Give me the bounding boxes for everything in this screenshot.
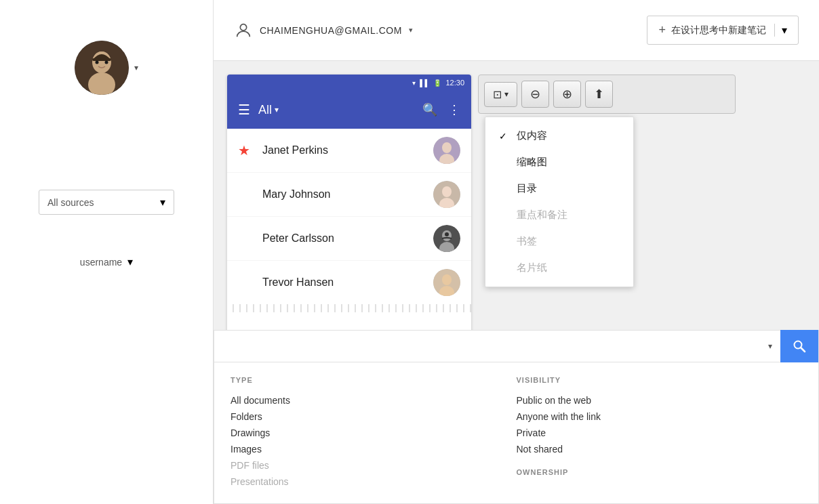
topbar: CHAIMENGHUA@GMAIL.COM ▾ + 在设计思考中新建笔记 ▾ bbox=[214, 0, 819, 61]
svg-point-17 bbox=[445, 232, 449, 236]
new-note-dropdown-arrow[interactable]: ▾ bbox=[774, 24, 787, 37]
export-icon: ⬆ bbox=[594, 87, 604, 102]
avatar bbox=[433, 181, 460, 208]
account-dropdown-arrow[interactable]: ▾ bbox=[409, 26, 413, 35]
svg-rect-4 bbox=[92, 58, 111, 61]
new-note-button[interactable]: + 在设计思考中新建笔记 ▾ bbox=[647, 16, 799, 45]
account-icon bbox=[234, 21, 253, 40]
mobile-toolbar: ☰ All ▾ 🔍 ⋮ bbox=[227, 91, 471, 129]
toolbar-icons: 🔍 ⋮ bbox=[422, 102, 460, 117]
svg-line-22 bbox=[801, 348, 805, 352]
filter-item-link[interactable]: Anyone with the link bbox=[517, 408, 789, 425]
type-filter-column: TYPE All documents Folders Drawings Imag… bbox=[231, 376, 517, 490]
account-email: CHAIMENGHUA@GMAIL.COM bbox=[260, 25, 402, 36]
sources-label: All sources bbox=[47, 197, 94, 208]
search-icon[interactable]: 🔍 bbox=[422, 102, 437, 117]
filter-item-presentations: Presentations bbox=[231, 474, 503, 490]
svg-point-7 bbox=[240, 24, 246, 30]
filter-item-all-docs[interactable]: All documents bbox=[231, 392, 503, 408]
contact-name: Mary Johnson bbox=[262, 188, 425, 201]
plus-icon: + bbox=[658, 23, 666, 37]
username-row[interactable]: username ▾ bbox=[80, 255, 133, 268]
filter-item-private[interactable]: Private bbox=[517, 425, 789, 441]
view-mode-button[interactable]: ⊡ ▾ bbox=[484, 82, 517, 107]
dropdown-item-label: 仅内容 bbox=[517, 129, 547, 142]
avatar bbox=[433, 225, 460, 252]
contacts-list: ★ Janet Perkins Mary Johnson bbox=[227, 129, 471, 304]
list-item[interactable]: Trevor Hansen bbox=[227, 261, 471, 304]
sources-dropdown[interactable]: All sources ▾ bbox=[39, 190, 174, 215]
hamburger-icon[interactable]: ☰ bbox=[238, 102, 250, 118]
search-filter-dropdown[interactable]: ▾ bbox=[760, 341, 780, 351]
svg-point-12 bbox=[442, 186, 452, 197]
filter-panel: TYPE All documents Folders Drawings Imag… bbox=[214, 362, 819, 504]
view-icon: ⊡ bbox=[493, 88, 502, 101]
contact-name: Peter Carlsson bbox=[262, 232, 425, 245]
dropdown-item-content-only[interactable]: ✓ 仅内容 bbox=[485, 123, 633, 149]
contact-name: Trevor Hansen bbox=[262, 276, 425, 289]
search-input[interactable] bbox=[214, 341, 760, 352]
avatar bbox=[433, 269, 460, 296]
view-dropdown-arrow: ▾ bbox=[504, 89, 508, 99]
zoom-in-button[interactable]: ⊕ bbox=[553, 81, 581, 108]
visibility-filter-column: VISIBILITY Public on the web Anyone with… bbox=[517, 376, 803, 490]
viewer-toolbar: ⊡ ▾ ⊖ ⊕ ⬆ bbox=[478, 75, 736, 114]
sources-dropdown-arrow: ▾ bbox=[160, 196, 165, 209]
ownership-section: OWNERSHIP bbox=[517, 468, 789, 476]
svg-point-6 bbox=[105, 61, 108, 64]
signal-icon: ▌▌ bbox=[420, 79, 429, 87]
filter-item-folders[interactable]: Folders bbox=[231, 408, 503, 425]
wavy-border bbox=[227, 304, 471, 312]
content-area: ▾ ▌▌ 🔋 12:30 ☰ All ▾ 🔍 ⋮ ★ bbox=[214, 61, 819, 504]
filter-item-not-shared[interactable]: Not shared bbox=[517, 441, 789, 457]
new-note-label: 在设计思考中新建笔记 bbox=[671, 24, 766, 37]
dropdown-item-label: 书签 bbox=[517, 235, 537, 248]
zoom-out-icon: ⊖ bbox=[530, 87, 540, 102]
dropdown-item-label: 名片纸 bbox=[517, 261, 547, 274]
search-button[interactable] bbox=[780, 330, 818, 362]
list-item[interactable]: Mary Johnson bbox=[227, 173, 471, 217]
avatar[interactable] bbox=[75, 41, 129, 95]
more-icon[interactable]: ⋮ bbox=[448, 102, 460, 117]
dropdown-item-label: 目录 bbox=[517, 182, 537, 195]
username-text: username bbox=[80, 257, 122, 268]
dropdown-item-highlights: 重点和备注 bbox=[485, 202, 633, 228]
search-button-icon bbox=[793, 339, 806, 353]
svg-point-19 bbox=[442, 274, 452, 285]
dropdown-item-thumbnails[interactable]: 缩略图 bbox=[485, 149, 633, 175]
filter-item-public[interactable]: Public on the web bbox=[517, 392, 789, 408]
time-display: 12:30 bbox=[445, 79, 464, 87]
zoom-in-icon: ⊕ bbox=[562, 87, 572, 102]
contact-name: Janet Perkins bbox=[262, 144, 425, 156]
checkmark-icon: ✓ bbox=[499, 131, 510, 142]
sidebar: ▾ All sources ▾ username ▾ bbox=[0, 0, 214, 504]
view-dropdown-menu: ✓ 仅内容 缩略图 目录 重点和备注 bbox=[485, 117, 634, 287]
avatar-dropdown-icon[interactable]: ▾ bbox=[134, 63, 138, 72]
dropdown-item-bookmarks: 书签 bbox=[485, 228, 633, 255]
list-item[interactable]: Peter Carlsson bbox=[227, 217, 471, 261]
svg-point-9 bbox=[442, 142, 452, 153]
main-area: CHAIMENGHUA@GMAIL.COM ▾ + 在设计思考中新建笔记 ▾ ▾… bbox=[214, 0, 819, 504]
username-dropdown-arrow: ▾ bbox=[127, 255, 133, 268]
dropdown-item-notecard: 名片纸 bbox=[485, 255, 633, 281]
battery-icon: 🔋 bbox=[433, 79, 441, 87]
list-item[interactable]: ★ Janet Perkins bbox=[227, 129, 471, 173]
account-section: CHAIMENGHUA@GMAIL.COM ▾ bbox=[234, 21, 633, 40]
wifi-icon: ▾ bbox=[412, 79, 416, 87]
filter-item-drawings[interactable]: Drawings bbox=[231, 425, 503, 441]
zoom-out-button[interactable]: ⊖ bbox=[521, 81, 549, 108]
ownership-title: OWNERSHIP bbox=[517, 468, 789, 476]
bottom-section: ▾ TYPE All documents Folders Drawings Im… bbox=[214, 330, 819, 504]
type-filter-title: TYPE bbox=[231, 376, 503, 384]
visibility-filter-title: VISIBILITY bbox=[517, 376, 789, 384]
mobile-status-bar: ▾ ▌▌ 🔋 12:30 bbox=[227, 75, 471, 91]
dropdown-item-toc[interactable]: 目录 bbox=[485, 175, 633, 202]
dropdown-item-label: 缩略图 bbox=[517, 156, 547, 169]
export-button[interactable]: ⬆ bbox=[585, 81, 613, 108]
filter-item-images[interactable]: Images bbox=[231, 441, 503, 457]
avatar bbox=[433, 137, 460, 164]
star-icon: ★ bbox=[238, 142, 254, 159]
avatar-container[interactable]: ▾ bbox=[75, 41, 138, 95]
all-label: All ▾ bbox=[258, 103, 414, 117]
filter-item-pdf: PDF files bbox=[231, 457, 503, 474]
